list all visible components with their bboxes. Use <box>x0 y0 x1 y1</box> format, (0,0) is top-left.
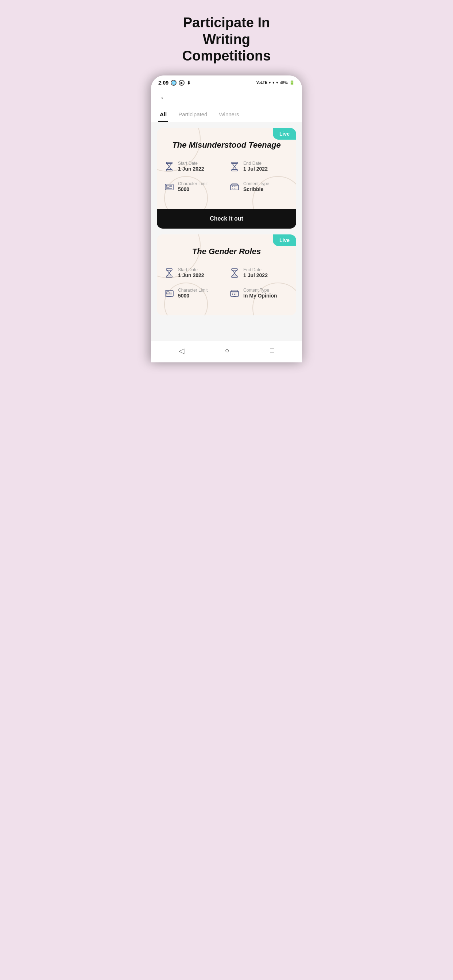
card-1-end-date: End Date 1 Jul 2022 <box>230 161 289 174</box>
card-1-live-badge: Live <box>273 128 296 140</box>
hourglass-start-icon <box>164 162 174 174</box>
card-2-content-type: Content Type In My Opinion <box>230 288 289 301</box>
card-2-title: The Gender Roles <box>164 247 289 256</box>
card-1-title: The Misunderstood Teenage <box>164 140 289 150</box>
card-2-end-date-text: End Date 1 Jul 2022 <box>243 267 268 278</box>
card-1-start-label: Start Date <box>178 161 204 166</box>
card-1-char-label: Character Limit <box>178 181 207 186</box>
status-left: 2:09 🌐 ▶ ⬇ <box>158 80 191 86</box>
battery-text: 48% <box>280 81 288 85</box>
signal-icon-2: ▾ <box>276 80 278 85</box>
volte-icon: VoLTE <box>257 81 267 84</box>
tab-participated[interactable]: Participated <box>177 108 209 122</box>
tab-all[interactable]: All <box>158 108 168 122</box>
card-2-body: Live The Gender Roles <box>157 234 296 315</box>
card-1-end-label: End Date <box>243 161 268 166</box>
card-1-end-value: 1 Jul 2022 <box>243 166 268 172</box>
card-1-char-limit: Character Limit 5000 <box>164 181 223 194</box>
page-title: Participate In Writing Competitions <box>162 14 291 65</box>
card-1-start-date-text: Start Date 1 Jun 2022 <box>178 161 204 172</box>
card-1-info-grid: Start Date 1 Jun 2022 <box>164 161 289 194</box>
nav-back-button[interactable]: ◁ <box>179 346 184 355</box>
card-2-char-limit: Character Limit 5000 <box>164 288 223 301</box>
downward-icon: ⬇ <box>187 80 191 86</box>
nav-bar: ← <box>151 89 302 105</box>
card-1-end-date-text: End Date 1 Jul 2022 <box>243 161 268 172</box>
app-wrapper: Participate In Writing Competitions 2:09… <box>151 0 302 363</box>
typewriter-icon-2 <box>230 288 239 301</box>
hourglass-start-icon-2 <box>164 268 174 280</box>
card-1-content-value: Scribble <box>243 186 269 192</box>
card-1-cta-button[interactable]: Check it out <box>157 209 296 229</box>
tabs-row: All Participated Winners <box>151 105 302 122</box>
card-1-char-limit-text: Character Limit 5000 <box>178 181 207 192</box>
card-1-content-label: Content Type <box>243 181 269 186</box>
bottom-nav: ◁ ○ □ <box>151 341 302 363</box>
card-2-end-label: End Date <box>243 267 268 272</box>
card-2-start-date-text: Start Date 1 Jun 2022 <box>178 267 204 278</box>
svg-rect-9 <box>166 185 169 188</box>
nav-home-button[interactable]: ○ <box>225 346 229 355</box>
card-1-char-value: 5000 <box>178 186 207 192</box>
card-2-char-value: 5000 <box>178 293 207 299</box>
content-area: Live The Misunderstood Teenage <box>151 122 302 341</box>
media-icon: ▶ <box>179 80 185 86</box>
wifi-icon: ▾ <box>269 80 271 85</box>
hourglass-end-icon-2 <box>230 268 239 280</box>
card-2-info-grid: Start Date 1 Jun 2022 <box>164 267 289 301</box>
card-2-start-label: Start Date <box>178 267 204 272</box>
battery-icon: 🔋 <box>289 80 295 85</box>
competition-card-1: Live The Misunderstood Teenage <box>157 128 296 229</box>
status-bar: 2:09 🌐 ▶ ⬇ VoLTE ▾ ▾ ▾ 48% 🔋 <box>151 75 302 89</box>
card-2-char-label: Character Limit <box>178 288 207 293</box>
status-right: VoLTE ▾ ▾ ▾ 48% 🔋 <box>257 80 295 85</box>
card-1-content-type-text: Content Type Scribble <box>243 181 269 192</box>
card-1-start-date: Start Date 1 Jun 2022 <box>164 161 223 174</box>
card-2-char-limit-text: Character Limit 5000 <box>178 288 207 299</box>
typewriter-icon <box>230 182 239 194</box>
card-2-content-type-text: Content Type In My Opinion <box>243 288 277 299</box>
card-2-end-date: End Date 1 Jul 2022 <box>230 267 289 280</box>
card-2-start-date: Start Date 1 Jun 2022 <box>164 267 223 280</box>
hourglass-end-icon <box>230 162 239 174</box>
phone-frame: 2:09 🌐 ▶ ⬇ VoLTE ▾ ▾ ▾ 48% 🔋 ← All Parti… <box>151 75 302 363</box>
globe-icon: 🌐 <box>171 80 177 86</box>
char-limit-icon <box>164 182 174 194</box>
card-1-body: Live The Misunderstood Teenage <box>157 128 296 209</box>
status-time: 2:09 <box>158 80 169 86</box>
card-2-end-value: 1 Jul 2022 <box>243 272 268 278</box>
back-button[interactable]: ← <box>158 92 169 104</box>
char-limit-icon-2 <box>164 288 174 301</box>
card-2-content-value: In My Opinion <box>243 293 277 299</box>
competition-card-2: Live The Gender Roles <box>157 234 296 315</box>
tab-winners[interactable]: Winners <box>217 108 240 122</box>
svg-rect-32 <box>166 292 169 294</box>
nav-recents-button[interactable]: □ <box>270 346 274 355</box>
card-1-content-type: Content Type Scribble <box>230 181 289 194</box>
card-1-start-value: 1 Jun 2022 <box>178 166 204 172</box>
card-2-live-badge: Live <box>273 234 296 246</box>
card-2-start-value: 1 Jun 2022 <box>178 272 204 278</box>
page-title-section: Participate In Writing Competitions <box>151 0 302 75</box>
signal-icon-1: ▾ <box>273 80 274 85</box>
card-2-content-label: Content Type <box>243 288 277 293</box>
